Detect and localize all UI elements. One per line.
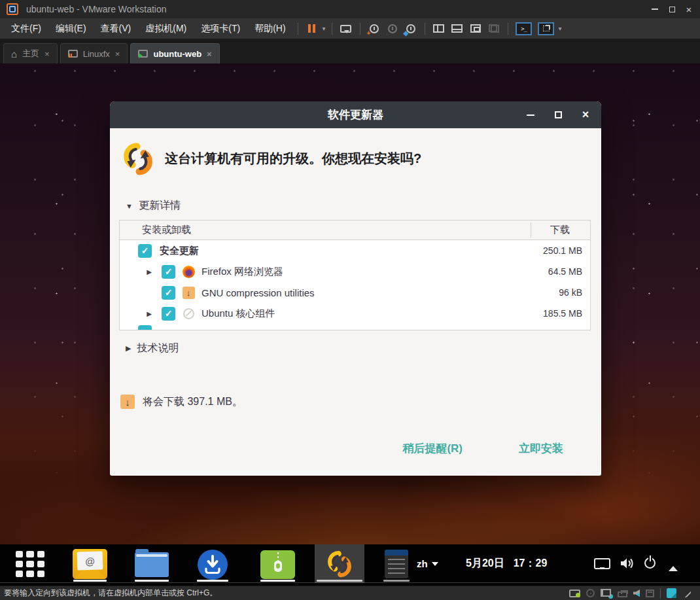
dialog-title: 软件更新器 — [328, 107, 383, 122]
vmware-window: ubuntu-web - VMware Workstation × 文件(F) … — [0, 0, 700, 600]
column-download: 下载 — [550, 224, 570, 236]
dialog-heading: 这台计算机有可用的升级。你想现在安装吗? — [165, 150, 421, 168]
package-generic-icon — [182, 307, 195, 320]
table-header: 安装或卸载 下载 — [120, 221, 590, 240]
running-indicator — [73, 580, 107, 582]
message-log-icon[interactable] — [667, 588, 676, 598]
expander-open-icon: ▼ — [126, 202, 133, 210]
display-settings-icon[interactable] — [594, 558, 610, 569]
software-updater-dialog: 软件更新器 × 这台计算机有可用的升级。你想现在安装吗? — [110, 101, 601, 476]
downloads-app-icon[interactable] — [197, 549, 228, 580]
usb-device-status-icon[interactable] — [646, 590, 654, 597]
tray-expand-icon[interactable] — [669, 561, 678, 571]
take-snapshot-icon[interactable]: + — [366, 22, 382, 36]
menu-edit[interactable]: 编辑(E) — [48, 20, 94, 38]
vm-running-icon — [138, 50, 148, 58]
toolbar-separator — [360, 23, 360, 35]
tab-linuxfx[interactable]: Linuxfx × — [60, 43, 128, 63]
taskbar-date: 5月20日 — [466, 557, 504, 571]
expander-closed-icon: ▶ — [126, 344, 131, 353]
vmware-statusbar: 要将输入定向到该虚拟机，请在虚拟机内部单击或按 Ctrl+G。 — [0, 586, 700, 600]
tab-linuxfx-close-icon[interactable]: × — [115, 49, 120, 59]
volume-icon[interactable] — [618, 556, 635, 571]
menu-help[interactable]: 帮助(H) — [247, 20, 292, 38]
menu-vm[interactable]: 虚拟机(M) — [138, 20, 194, 38]
table-row[interactable]: ✓ 安全更新 250.1 MB — [120, 240, 590, 261]
resize-grip-icon[interactable] — [682, 589, 691, 597]
unity-mode-icon — [486, 22, 502, 36]
revert-snapshot-icon[interactable]: ← — [385, 22, 400, 36]
hard-disk-status-icon[interactable] — [569, 590, 580, 597]
partially-visible-checkbox — [138, 325, 152, 330]
row-expander-icon[interactable]: ▶ — [145, 310, 154, 317]
archive-manager-icon[interactable] — [260, 550, 295, 579]
email-app-icon[interactable]: @ — [73, 549, 107, 579]
checkbox-firefox[interactable]: ✓ — [162, 265, 175, 279]
checkbox-ubuntu-base[interactable]: ✓ — [162, 307, 175, 321]
toolbar-separator — [332, 23, 332, 35]
checkbox-gnu-utilities[interactable]: ✓ — [162, 286, 175, 300]
sound-status-icon[interactable] — [633, 590, 640, 597]
download-total-text: 将会下载 397.1 MB。 — [143, 395, 243, 409]
menu-file[interactable]: 文件(F) — [4, 20, 48, 38]
pause-vm-icon[interactable] — [304, 22, 320, 36]
network-status-icon[interactable] — [601, 589, 612, 597]
column-divider — [531, 222, 531, 238]
tab-home[interactable]: ⌂ 主页 × — [3, 43, 58, 63]
tabbar: ⌂ 主页 × Linuxfx × ubuntu-web × — [0, 39, 700, 63]
app-grid-icon[interactable] — [16, 551, 44, 577]
console-view-icon[interactable]: >_ — [514, 22, 534, 36]
statusbar-separator — [660, 588, 661, 599]
software-updater-dock-icon[interactable] — [315, 544, 364, 583]
cd-drive-status-icon[interactable] — [586, 589, 595, 597]
show-library-icon[interactable] — [431, 22, 447, 36]
stretch-dropdown-caret[interactable]: ▾ — [559, 25, 562, 32]
table-row[interactable]: ▶ ✓ Firefox 网络浏览器 64.5 MB — [120, 261, 590, 282]
stretch-guest-icon[interactable] — [536, 22, 556, 36]
power-icon[interactable] — [644, 557, 656, 569]
technical-notes-expander[interactable]: ▶ 技术说明 — [126, 342, 179, 355]
taskbar: @ — [0, 544, 700, 583]
minimize-button[interactable] — [646, 1, 663, 17]
dialog-titlebar[interactable]: 软件更新器 × — [110, 101, 601, 128]
checkbox-security-updates[interactable]: ✓ — [138, 244, 152, 258]
menu-tabs[interactable]: 选项卡(T) — [194, 20, 247, 38]
maximize-button[interactable] — [663, 1, 680, 17]
software-list-app-icon[interactable] — [385, 550, 408, 578]
table-row[interactable]: ▶ ✓ Ubuntu 核心组件 185.5 MB — [120, 303, 590, 324]
tab-ubuntu-web[interactable]: ubuntu-web × — [130, 43, 219, 63]
vm-screen: 软件更新器 × 这台计算机有可用的升级。你想现在安装吗? — [0, 63, 700, 586]
remind-later-button[interactable]: 稍后提醒(R) — [402, 441, 463, 456]
window-title: ubuntu-web - VMware Workstation — [26, 4, 167, 14]
manage-snapshots-icon[interactable]: ◆ — [403, 22, 419, 36]
dialog-maximize-button[interactable] — [553, 110, 563, 120]
running-indicator — [260, 580, 295, 582]
column-install: 安装或卸载 — [142, 224, 191, 236]
tab-ubuntu-web-label: ubuntu-web — [153, 49, 201, 59]
show-thumbnail-bar-icon[interactable] — [449, 22, 465, 36]
update-details-expander[interactable]: ▼ 更新详情 — [126, 199, 181, 213]
file-manager-icon[interactable] — [135, 552, 169, 577]
toolbar-separator — [298, 23, 298, 35]
tab-ubuntu-web-close-icon[interactable]: × — [207, 49, 212, 59]
printer-status-icon[interactable] — [618, 591, 627, 597]
vm-paused-icon — [68, 50, 78, 58]
dialog-close-button[interactable]: × — [580, 110, 591, 120]
statusbar-message: 要将输入定向到该虚拟机，请在虚拟机内部单击或按 Ctrl+G。 — [4, 588, 217, 599]
software-updater-icon — [120, 141, 156, 177]
language-indicator[interactable]: zh — [417, 544, 438, 583]
close-button[interactable]: × — [680, 1, 697, 17]
taskbar-clock[interactable]: 5月20日 17：29 — [466, 544, 547, 583]
running-indicator — [197, 580, 228, 582]
send-ctrl-alt-del-icon[interactable] — [338, 22, 354, 36]
table-row[interactable]: ✓ ↓ GNU compression utilities 96 kB — [120, 282, 590, 303]
fullscreen-icon[interactable] — [468, 22, 483, 36]
dialog-minimize-button[interactable] — [525, 110, 536, 120]
row-expander-icon[interactable]: ▶ — [145, 268, 154, 275]
install-now-button[interactable]: 立即安装 — [519, 441, 563, 456]
tab-home-close-icon[interactable]: × — [44, 49, 50, 59]
menu-view[interactable]: 查看(V) — [94, 20, 139, 38]
pause-dropdown-caret[interactable]: ▾ — [323, 25, 326, 32]
tab-home-label: 主页 — [22, 48, 39, 60]
running-indicator — [317, 580, 362, 582]
